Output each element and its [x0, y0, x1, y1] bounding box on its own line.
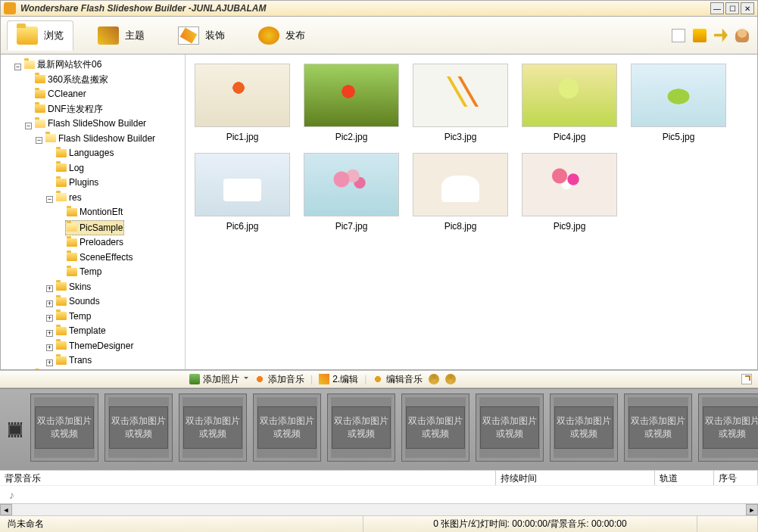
tree-node[interactable]: DNF连发程序	[33, 102, 104, 116]
thumbnail-label: Pic3.jpg	[413, 132, 508, 142]
tab-folder[interactable]: 浏览	[7, 20, 73, 51]
slot-placeholder: 双击添加图片或视频	[257, 406, 317, 449]
thumbnail-label: Pic9.jpg	[522, 221, 617, 232]
tree-node[interactable]: Preloaders	[65, 235, 125, 249]
timeline-slot[interactable]: 双击添加图片或视频	[327, 394, 395, 462]
tree-node[interactable]: Flash Slideshow Builder	[44, 132, 157, 145]
tree-node[interactable]: Languages	[55, 146, 115, 160]
timeline-mode[interactable]	[0, 394, 30, 465]
tree-node[interactable]: Template	[55, 324, 108, 338]
tree-node[interactable]: 360系统盘搬家	[33, 73, 110, 86]
tree-label: 最新网站软件06	[37, 58, 101, 71]
tree-expander[interactable]: −	[25, 123, 32, 129]
tree-node[interactable]: msnlite	[33, 369, 78, 370]
slot-placeholder: 双击添加图片或视频	[554, 406, 613, 449]
col-track[interactable]: 轨道	[655, 471, 714, 485]
thumbnail[interactable]: Pic1.jpg	[195, 64, 290, 142]
tree-expander[interactable]: −	[14, 64, 21, 70]
tree-node[interactable]: Log	[55, 161, 86, 175]
tree-expander[interactable]: −	[36, 137, 42, 144]
timeline-slot[interactable]: 双击添加图片或视频	[30, 394, 98, 462]
tree-node[interactable]: SceneEffects	[65, 250, 135, 264]
add-music-button[interactable]: 添加音乐	[254, 373, 304, 386]
timeline-slot[interactable]: 双击添加图片或视频	[550, 394, 618, 462]
folder-icon	[35, 75, 45, 83]
thumbnail[interactable]: Pic4.jpg	[522, 64, 617, 142]
new-page-icon[interactable]	[672, 29, 685, 42]
folder-icon	[67, 223, 77, 232]
thumbnail[interactable]: Pic9.jpg	[522, 153, 617, 232]
thumbnail[interactable]: Pic3.jpg	[413, 64, 508, 142]
close-button[interactable]: ✕	[741, 2, 754, 14]
music-track-row[interactable]: ♪	[0, 485, 758, 503]
folder-icon	[56, 179, 67, 187]
minimize-button[interactable]: —	[710, 2, 724, 14]
tab-deco[interactable]: 装饰	[169, 20, 234, 51]
tree-node[interactable]: 最新网站软件06	[23, 58, 103, 71]
tab-theme[interactable]: 主题	[89, 20, 154, 51]
tree-node[interactable]: Sounds	[55, 294, 101, 308]
tree-node[interactable]: PicSample	[65, 220, 124, 235]
tree-expander[interactable]: +	[46, 300, 53, 307]
timeline-slot[interactable]: 双击添加图片或视频	[179, 394, 247, 462]
tree-expander[interactable]: +	[46, 330, 53, 337]
tree-node[interactable]: Trans	[55, 353, 93, 367]
col-bg-music[interactable]: 背景音乐	[0, 471, 496, 485]
rotate-right-button[interactable]	[445, 374, 456, 384]
timeline-slot[interactable]: 双击添加图片或视频	[253, 394, 321, 462]
scroll-right-button[interactable]: ►	[746, 504, 758, 515]
tree-node[interactable]: res	[55, 191, 83, 204]
maximize-button[interactable]: ☐	[725, 2, 739, 14]
tree-expander[interactable]: +	[46, 359, 53, 366]
tree-expander	[57, 269, 64, 276]
tree-node[interactable]: Plugins	[55, 176, 100, 189]
music-table-header: 背景音乐 持续时间 轨道 序号	[0, 470, 758, 485]
titlebar: Wondershare Flash Slideshow Builder -JUN…	[0, 0, 758, 17]
thumbnail-image	[413, 153, 508, 216]
timeline-slot[interactable]: 双击添加图片或视频	[698, 394, 758, 462]
user-icon[interactable]	[735, 29, 749, 42]
scroll-left-button[interactable]: ◄	[0, 504, 12, 515]
tree-node[interactable]: ThemeDesigner	[55, 339, 135, 353]
thumbnail-image	[304, 64, 399, 127]
timeline-slot[interactable]: 双击添加图片或视频	[401, 394, 469, 462]
tree-label: Sounds	[69, 294, 100, 308]
rotate-left-button[interactable]	[429, 374, 439, 384]
tree-node[interactable]: MontionEft	[65, 205, 124, 219]
tree-expander[interactable]: +	[46, 315, 53, 322]
folder-tree[interactable]: −最新网站软件06360系统盘搬家CCleanerDNF连发程序−Flash S…	[1, 54, 186, 369]
music-icon	[254, 374, 265, 384]
key-icon[interactable]	[714, 29, 728, 42]
tree-label: Temp	[69, 310, 91, 323]
thumbnail[interactable]: Pic8.jpg	[413, 153, 508, 232]
thumbnail[interactable]: Pic2.jpg	[304, 64, 399, 142]
tree-node[interactable]: Skins	[55, 280, 92, 294]
folder-icon	[45, 134, 56, 142]
col-duration[interactable]: 持续时间	[496, 471, 655, 485]
edit-music-button[interactable]: 编辑音乐	[373, 373, 423, 386]
tree-expander[interactable]: +	[46, 344, 53, 351]
tree-node[interactable]: Flash SlideShow Builder	[33, 117, 148, 130]
tree-node[interactable]: Temp	[65, 265, 103, 278]
tree-expander[interactable]: −	[46, 196, 53, 203]
horizontal-scrollbar[interactable]: ◄ ►	[0, 503, 758, 515]
tree-node[interactable]: CCleaner	[33, 87, 88, 101]
expand-button[interactable]	[741, 374, 752, 384]
tree-node[interactable]: Temp	[55, 310, 92, 323]
tree-expander	[46, 165, 53, 172]
thumbnail[interactable]: Pic6.jpg	[195, 153, 290, 232]
timeline-slot[interactable]: 双击添加图片或视频	[476, 394, 544, 462]
thumbnail[interactable]: Pic7.jpg	[304, 153, 399, 232]
folder-icon	[56, 193, 67, 201]
save-icon[interactable]	[693, 29, 707, 42]
tab-publish[interactable]: 发布	[249, 20, 314, 51]
thumbnail[interactable]: Pic5.jpg	[631, 64, 726, 142]
add-photo-button[interactable]: 添加照片	[189, 373, 248, 386]
timeline-slot[interactable]: 双击添加图片或视频	[104, 394, 173, 462]
edit-button[interactable]: 2.编辑	[319, 373, 358, 386]
timeline-slot[interactable]: 双击添加图片或视频	[624, 394, 692, 462]
thumbnail-pane[interactable]: Pic1.jpgPic2.jpgPic3.jpgPic4.jpgPic5.jpg…	[186, 54, 757, 369]
tree-expander[interactable]: +	[46, 285, 53, 292]
scroll-track[interactable]	[12, 504, 746, 515]
col-index[interactable]: 序号	[714, 471, 758, 485]
